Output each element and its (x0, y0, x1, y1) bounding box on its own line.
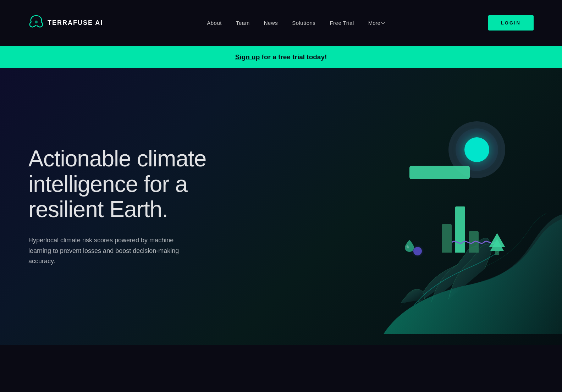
tree-icon (488, 232, 506, 255)
nav-more[interactable]: More (368, 20, 384, 26)
logo-link[interactable]: TERRAFUSE AI (28, 14, 103, 32)
nav-free-trial[interactable]: Free Trial (330, 20, 354, 26)
banner-text: for a free trial today! (260, 53, 327, 61)
hero-illustration (321, 111, 562, 324)
small-sphere (413, 247, 422, 255)
navbar: TERRAFUSE AI About Team News Solutions F… (0, 0, 562, 46)
svg-rect-4 (495, 251, 499, 255)
nav-solutions[interactable]: Solutions (292, 20, 315, 26)
hero-title: Actionable climate intelligence for a re… (28, 146, 263, 222)
signup-link[interactable]: Sign up (235, 53, 260, 61)
logo-text: TERRAFUSE AI (48, 19, 103, 27)
nav-team[interactable]: Team (236, 20, 250, 26)
bar-1 (442, 224, 452, 253)
logo-icon (28, 14, 44, 32)
hero-subtitle: Hyperlocal climate risk scores powered b… (28, 235, 192, 267)
hero-section: Actionable climate intelligence for a re… (0, 68, 562, 345)
nav-news[interactable]: News (264, 20, 278, 26)
svg-point-0 (35, 21, 38, 23)
login-button[interactable]: LOGIN (488, 15, 534, 31)
hero-content: Actionable climate intelligence for a re… (28, 146, 263, 267)
nav-links: About Team News Solutions Free Trial Mor… (207, 20, 384, 26)
chevron-down-icon (381, 21, 385, 24)
nav-about[interactable]: About (207, 20, 222, 26)
signup-banner: Sign up for a free trial today! (0, 46, 562, 68)
